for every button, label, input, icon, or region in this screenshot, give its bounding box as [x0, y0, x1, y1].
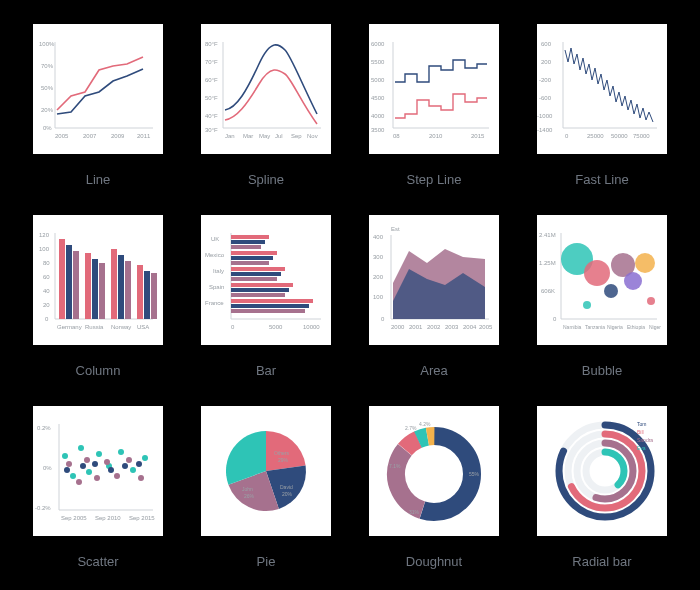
svg-point-161 — [136, 461, 142, 467]
chart-card-stepline[interactable]: 600055005000 450040003500 0820102015 Ste… — [364, 24, 504, 187]
svg-text:0: 0 — [381, 316, 385, 322]
svg-rect-95 — [231, 299, 313, 303]
svg-rect-91 — [231, 277, 277, 281]
svg-text:Bill: Bill — [637, 429, 644, 435]
line-chart-icon: 100%70% 50%20%0% 20052007 20092011 — [39, 41, 153, 139]
svg-rect-85 — [231, 245, 261, 249]
svg-text:200: 200 — [541, 59, 552, 65]
chart-card-doughnut[interactable]: 55% 31% 7.1% 2.7% 4.2% Doughnut — [364, 406, 504, 569]
svg-text:80: 80 — [43, 260, 50, 266]
chart-label: Bubble — [582, 363, 622, 378]
svg-text:50%: 50% — [41, 85, 54, 91]
svg-point-160 — [122, 463, 128, 469]
chart-card-bubble[interactable]: 2.41M1.25M 606K0 NamibiaTanzania Nigeria… — [532, 215, 672, 378]
svg-text:Sep 2015: Sep 2015 — [129, 515, 155, 521]
svg-text:70°F: 70°F — [205, 59, 218, 65]
svg-text:0.2%: 0.2% — [37, 425, 51, 431]
chart-label: Area — [420, 363, 447, 378]
chart-card-scatter[interactable]: 0.2%0%-0.2% Sep 2005Sep 2010Sep 2015 Sca… — [28, 406, 168, 569]
svg-text:4.2%: 4.2% — [419, 421, 431, 427]
svg-point-152 — [104, 459, 110, 465]
chart-card-column[interactable]: 12010080 6040200 GermanyRussia NorwayUSA — [28, 215, 168, 378]
svg-point-124 — [584, 260, 610, 286]
svg-rect-87 — [231, 256, 273, 260]
svg-text:25000: 25000 — [587, 133, 604, 139]
svg-text:40: 40 — [43, 288, 50, 294]
svg-text:Sep: Sep — [291, 133, 302, 139]
chart-card-fastline[interactable]: 600200-200 -600-1000-1400 02500050000 75… — [532, 24, 672, 187]
svg-text:Mar: Mar — [243, 133, 253, 139]
svg-text:50000: 50000 — [611, 133, 628, 139]
svg-rect-68 — [118, 255, 124, 319]
svg-rect-66 — [99, 263, 105, 319]
chart-thumb-scatter: 0.2%0%-0.2% Sep 2005Sep 2010Sep 2015 — [33, 406, 163, 536]
svg-text:-0.2%: -0.2% — [35, 505, 51, 511]
svg-text:Sandra: Sandra — [637, 437, 653, 443]
svg-text:2.7%: 2.7% — [405, 425, 417, 431]
chart-card-radialbar[interactable]: Tom Bill Sandra Eva Radial bar — [532, 406, 672, 569]
svg-rect-94 — [231, 293, 285, 297]
chart-thumb-radialbar: Tom Bill Sandra Eva — [537, 406, 667, 536]
svg-point-151 — [94, 475, 100, 481]
svg-text:40°F: 40°F — [205, 113, 218, 119]
svg-point-154 — [126, 457, 132, 463]
svg-text:20%: 20% — [282, 491, 293, 497]
svg-point-125 — [604, 284, 618, 298]
svg-text:20%: 20% — [41, 107, 54, 113]
svg-text:2003: 2003 — [445, 324, 459, 330]
svg-point-159 — [108, 467, 114, 473]
svg-point-150 — [84, 457, 90, 463]
chart-card-line[interactable]: 100%70% 50%20%0% 20052007 20092011 Line — [28, 24, 168, 187]
scatter-chart-icon: 0.2%0%-0.2% Sep 2005Sep 2010Sep 2015 — [35, 424, 155, 521]
chart-card-spline[interactable]: 80°F70°F60°F 50°F40°F30°F JanMarMay JulS… — [196, 24, 336, 187]
svg-text:100: 100 — [373, 294, 384, 300]
svg-text:2004: 2004 — [463, 324, 477, 330]
svg-rect-69 — [125, 261, 131, 319]
chart-card-area[interactable]: Est 400300200 1000 200020012002 20032004… — [364, 215, 504, 378]
chart-thumb-area: Est 400300200 1000 200020012002 20032004… — [369, 215, 499, 345]
svg-text:10000: 10000 — [303, 324, 320, 330]
svg-text:0: 0 — [45, 316, 49, 322]
svg-rect-92 — [231, 283, 293, 287]
svg-text:Jul: Jul — [275, 133, 283, 139]
chart-label: Line — [86, 172, 111, 187]
svg-text:1.25M: 1.25M — [539, 260, 556, 266]
chart-card-pie[interactable]: Others 29% David 20% John 26% Pie — [196, 406, 336, 569]
chart-thumb-spline: 80°F70°F60°F 50°F40°F30°F JanMarMay JulS… — [201, 24, 331, 154]
svg-text:Mexico: Mexico — [205, 252, 225, 258]
chart-thumb-doughnut: 55% 31% 7.1% 2.7% 4.2% — [369, 406, 499, 536]
chart-label: Bar — [256, 363, 276, 378]
spline-chart-icon: 80°F70°F60°F 50°F40°F30°F JanMarMay JulS… — [205, 41, 321, 139]
svg-text:31%: 31% — [409, 509, 420, 515]
svg-text:08: 08 — [393, 133, 400, 139]
svg-point-129 — [583, 301, 591, 309]
svg-text:Nov: Nov — [307, 133, 318, 139]
svg-text:606K: 606K — [541, 288, 555, 294]
svg-point-145 — [118, 449, 124, 455]
svg-point-155 — [138, 475, 144, 481]
svg-rect-83 — [231, 235, 269, 239]
svg-text:60°F: 60°F — [205, 77, 218, 83]
svg-rect-93 — [231, 288, 289, 292]
chart-thumb-bar: UKMexicoItaly SpainFrance 0500010000 — [201, 215, 331, 345]
svg-rect-96 — [231, 304, 309, 308]
svg-rect-88 — [231, 261, 269, 265]
svg-text:Ethiopia: Ethiopia — [627, 324, 645, 330]
svg-text:Tanzania: Tanzania — [585, 324, 605, 330]
chart-thumb-pie: Others 29% David 20% John 26% — [201, 406, 331, 536]
svg-text:-600: -600 — [539, 95, 552, 101]
chart-thumb-fastline: 600200-200 -600-1000-1400 02500050000 75… — [537, 24, 667, 154]
svg-point-149 — [76, 479, 82, 485]
svg-rect-67 — [111, 249, 117, 319]
svg-point-140 — [70, 473, 76, 479]
svg-text:Norway: Norway — [111, 324, 131, 330]
svg-text:3500: 3500 — [371, 127, 385, 133]
svg-text:4000: 4000 — [371, 113, 385, 119]
chart-label: Pie — [257, 554, 276, 569]
chart-card-bar[interactable]: UKMexicoItaly SpainFrance 0500010000 — [196, 215, 336, 378]
bar-chart-icon: UKMexicoItaly SpainFrance 0500010000 — [205, 233, 321, 330]
svg-text:John: John — [242, 486, 253, 492]
svg-text:29%: 29% — [278, 457, 289, 463]
svg-rect-97 — [231, 309, 305, 313]
chart-label: Step Line — [407, 172, 462, 187]
